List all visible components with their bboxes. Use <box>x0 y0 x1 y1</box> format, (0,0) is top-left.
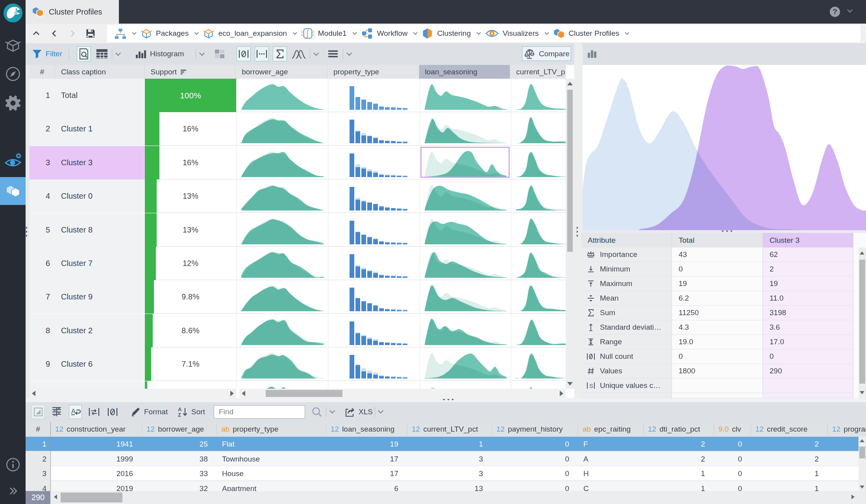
histogram-cell[interactable] <box>420 347 511 381</box>
breadcrumb-item-clustering[interactable]: Clustering <box>422 28 479 39</box>
records-column-header-dti-ratio-pct[interactable]: 12dti_ratio_pct <box>643 422 714 437</box>
attributes-vscrollbar[interactable] <box>859 247 866 398</box>
records-hscroll-thumb[interactable] <box>61 493 122 502</box>
profiles-row-10[interactable]: 10 <box>30 381 566 389</box>
breadcrumb-item-cluster-profiles[interactable]: Cluster Profiles <box>553 28 628 39</box>
profiles-column-header-support[interactable]: Support <box>145 65 236 79</box>
histogram-cell[interactable] <box>511 179 566 213</box>
scroll-up-arrow-icon[interactable] <box>860 439 864 442</box>
breadcrumb-item-visualizers[interactable]: Visualizers <box>485 28 548 39</box>
histogram-cell[interactable] <box>236 79 328 112</box>
sort-button[interactable]: AZ Sort <box>177 405 205 419</box>
histogram-cell[interactable] <box>420 213 511 247</box>
distribution-button[interactable] <box>291 46 307 61</box>
scroll-down-arrow-icon[interactable] <box>567 382 573 386</box>
histogram-cell[interactable] <box>236 314 328 347</box>
help-chevron-icon[interactable] <box>847 7 853 13</box>
records-column-header--[interactable]: # <box>26 422 50 437</box>
profiles-row-cluster-2[interactable]: 8Cluster 28.6% <box>30 314 566 347</box>
sidebar-item-visualizer[interactable] <box>0 152 26 171</box>
attributes-column-header-cluster-3[interactable]: Cluster 3 <box>763 233 853 247</box>
breadcrumb-chevron-icon[interactable] <box>194 30 199 35</box>
format-button[interactable]: Format <box>130 405 168 419</box>
histogram-cell[interactable] <box>328 79 420 112</box>
histogram-dropdown-chevron[interactable] <box>199 50 205 56</box>
attribute-row-importance[interactable]: Importance4362 <box>581 247 853 262</box>
distribution-chart[interactable] <box>583 65 866 230</box>
histogram-cell[interactable] <box>511 381 566 389</box>
records-column-header-property-type[interactable]: abproperty_type <box>216 422 326 437</box>
breadcrumb-chevron-icon[interactable] <box>132 30 136 35</box>
profiles-column-header-current-ltv-pct[interactable]: current_LTV_pct <box>510 65 566 79</box>
histogram-cell[interactable] <box>511 79 566 112</box>
breadcrumb-chevron-icon[interactable] <box>544 30 549 35</box>
wrap-text-button[interactable]: A <box>69 405 82 419</box>
histogram-cell[interactable] <box>511 347 566 381</box>
histogram-cell[interactable] <box>236 381 328 389</box>
sum-toggle[interactable] <box>273 46 287 61</box>
profiles-column-header--[interactable]: # <box>30 65 55 79</box>
scroll-up-arrow-icon[interactable] <box>860 251 864 255</box>
right-panel-splitter[interactable] <box>583 230 866 233</box>
histogram-cell[interactable] <box>328 280 420 314</box>
records-column-header-construction-year[interactable]: 12construction_year <box>50 422 142 437</box>
histogram-cell[interactable] <box>420 314 511 347</box>
scroll-right-arrow-icon[interactable] <box>230 391 234 396</box>
table-view-button[interactable] <box>95 46 109 61</box>
attribute-row-values[interactable]: Values1800290 <box>581 364 853 378</box>
search-dropdown-chevron[interactable] <box>329 408 335 414</box>
records-hscroll-left-arrow[interactable] <box>54 495 57 499</box>
cell-chart-button[interactable] <box>31 405 44 419</box>
histogram-cell[interactable] <box>328 314 420 347</box>
records-column-header-payment-history[interactable]: 12payment_history <box>492 422 578 437</box>
compare-button[interactable]: Compare <box>522 46 571 61</box>
histogram-cell[interactable] <box>236 179 328 213</box>
left-splitter-handle[interactable] <box>26 227 28 237</box>
attribute-row-minimum[interactable]: Minimum02 <box>581 262 853 277</box>
right-panel-chart-button[interactable] <box>586 46 598 61</box>
histogram-cell[interactable] <box>328 146 420 179</box>
save-button[interactable] <box>85 28 96 39</box>
search-icon[interactable] <box>311 405 323 419</box>
sidebar-item-info[interactable] <box>0 456 26 474</box>
preview-pane-button[interactable] <box>77 46 91 61</box>
scroll-down-arrow-icon[interactable] <box>860 391 864 394</box>
records-column-header-credit-score[interactable]: 12credit_score <box>751 422 827 437</box>
breadcrumb-chevron-icon[interactable] <box>413 30 418 35</box>
app-logo-icon[interactable] <box>0 3 26 23</box>
attributes-column-header-attribute[interactable]: Attribute <box>581 233 672 247</box>
records-column-header-current-ltv-pct[interactable]: 12current_LTV_pct <box>407 422 492 437</box>
histogram-cell[interactable] <box>236 112 328 146</box>
histogram-cell[interactable] <box>420 79 511 112</box>
histogram-cell[interactable] <box>511 314 566 347</box>
attribute-row-mean[interactable]: Mean6.211.0 <box>581 291 853 306</box>
histogram-cell[interactable] <box>511 112 566 146</box>
filter-button[interactable]: Filter <box>32 46 62 61</box>
histogram-cell[interactable] <box>236 347 328 381</box>
profiles-row-total[interactable]: 1Total100% <box>30 79 566 112</box>
histogram-cell[interactable] <box>236 280 328 314</box>
histogram-cell[interactable] <box>420 112 511 146</box>
records-column-header-program[interactable]: 12program <box>827 422 866 437</box>
records-row-2[interactable]: 2199938Townhouse1730A202 <box>26 452 859 466</box>
histogram-cell[interactable] <box>420 247 511 280</box>
histogram-cell[interactable] <box>328 112 420 146</box>
profiles-row-cluster-9[interactable]: 7Cluster 99.8% <box>30 280 566 314</box>
distribution-dropdown-chevron[interactable] <box>313 50 319 56</box>
attribute-row-null-count[interactable]: Null count00 <box>581 349 853 364</box>
distinct-toggle[interactable] <box>255 46 269 61</box>
histogram-cell[interactable] <box>420 280 511 314</box>
sidebar-item-navigator[interactable] <box>0 65 26 83</box>
attribute-row-unique-values-c-[interactable]: SUnique values c… <box>581 378 853 393</box>
breadcrumb-item-packages[interactable]: Packages <box>141 28 197 39</box>
records-hscroll-right-arrow[interactable] <box>851 495 855 499</box>
histogram-cell[interactable] <box>236 247 328 280</box>
profiles-hscrollbar-right[interactable] <box>239 389 566 398</box>
row-details-button[interactable] <box>50 405 63 419</box>
null-display-button[interactable] <box>106 405 119 419</box>
profiles-row-cluster-7[interactable]: 6Cluster 712% <box>30 247 566 280</box>
help-button[interactable]: ? <box>830 7 840 17</box>
sidebar-item-settings[interactable] <box>0 94 26 112</box>
sidebar-item-cluster-profiles[interactable] <box>0 177 26 205</box>
histogram-cell[interactable] <box>328 381 420 389</box>
